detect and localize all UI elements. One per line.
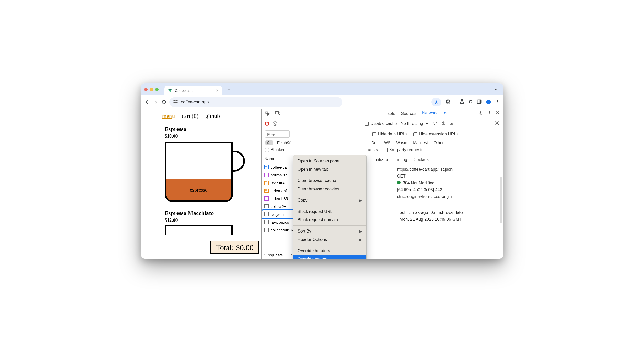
device-toolbar-icon[interactable] bbox=[275, 111, 281, 117]
filter-input[interactable] bbox=[265, 130, 290, 138]
tabs-dropdown-icon[interactable] bbox=[492, 85, 500, 93]
filter-chip-doc[interactable]: Doc bbox=[369, 140, 380, 145]
svg-point-14 bbox=[480, 112, 481, 114]
toolbar-actions: ★ G bbox=[431, 98, 500, 106]
request-name: coffee-ca bbox=[271, 165, 287, 169]
svg-rect-3 bbox=[176, 102, 177, 103]
ctx-open-sources[interactable]: Open in Sources panel bbox=[293, 157, 366, 165]
detail-tab-initiator[interactable]: Initiator bbox=[375, 157, 388, 162]
minimize-window-icon[interactable] bbox=[150, 88, 153, 91]
svg-point-10 bbox=[497, 102, 498, 103]
google-icon[interactable]: G bbox=[469, 99, 473, 105]
ctx-header-options-submenu[interactable]: Header Options▶ bbox=[293, 235, 366, 244]
other-file-icon bbox=[264, 228, 269, 232]
site-settings-icon[interactable] bbox=[173, 99, 178, 105]
kebab-menu-icon[interactable] bbox=[487, 111, 491, 117]
svg-point-15 bbox=[489, 111, 490, 112]
ctx-copy-submenu[interactable]: Copy▶ bbox=[293, 196, 366, 205]
svg-point-17 bbox=[489, 113, 490, 114]
download-har-icon[interactable] bbox=[449, 121, 454, 126]
forward-button[interactable] bbox=[153, 99, 158, 105]
request-name: index-8bf bbox=[271, 189, 287, 193]
filter-chip-fetch[interactable]: Fetch/X bbox=[275, 140, 293, 145]
filter-chip-other[interactable]: Other bbox=[432, 140, 446, 145]
referrer-policy: strict-origin-when-cross-origin bbox=[397, 194, 499, 199]
svg-rect-7 bbox=[480, 100, 481, 103]
upload-har-icon[interactable] bbox=[441, 121, 446, 126]
svg-point-5 bbox=[175, 102, 176, 103]
throttling-dropdown[interactable]: No throttling ▼ bbox=[401, 121, 429, 126]
product-title: Espresso bbox=[165, 126, 256, 133]
maximize-window-icon[interactable] bbox=[155, 88, 159, 91]
extensions-icon[interactable] bbox=[446, 99, 451, 105]
request-name: index-b85 bbox=[271, 196, 288, 201]
tab-network[interactable]: Network bbox=[422, 110, 438, 117]
settings-gear-icon[interactable] bbox=[478, 111, 483, 117]
product-price: $12.00 bbox=[165, 218, 256, 223]
ctx-clear-cookies[interactable]: Clear browser cookies bbox=[293, 185, 366, 193]
record-icon[interactable] bbox=[265, 122, 269, 126]
profile-avatar[interactable] bbox=[486, 100, 491, 104]
more-tabs-icon[interactable] bbox=[443, 111, 448, 116]
browser-window: Coffee cart × + coffee-cart.app ★ bbox=[141, 83, 503, 259]
hide-ext-urls-checkbox[interactable]: Hide extension URLs bbox=[413, 132, 458, 136]
ctx-override-content[interactable]: Override content bbox=[293, 255, 366, 259]
close-devtools-icon[interactable] bbox=[496, 111, 500, 117]
back-button[interactable] bbox=[144, 99, 150, 105]
network-filter-bar: Hide data URLs Hide extension URLs All F… bbox=[262, 129, 503, 155]
network-settings-gear-icon[interactable] bbox=[495, 120, 500, 127]
close-tab-icon[interactable]: × bbox=[216, 88, 218, 93]
labs-icon[interactable] bbox=[459, 99, 465, 105]
filter-chip-all[interactable]: All bbox=[265, 140, 273, 145]
content-area: menu cart (0) github Espresso $10.00 esp… bbox=[141, 109, 503, 259]
nav-menu-link[interactable]: menu bbox=[162, 113, 175, 119]
ctx-open-new-tab[interactable]: Open in new tab bbox=[293, 165, 366, 174]
new-tab-button[interactable]: + bbox=[225, 86, 233, 92]
filter-chip-wasm[interactable]: Wasm bbox=[394, 140, 409, 145]
close-window-icon[interactable] bbox=[144, 88, 148, 91]
ctx-clear-cache[interactable]: Clear browser cache bbox=[293, 176, 366, 185]
svg-point-8 bbox=[497, 100, 498, 101]
svg-rect-1 bbox=[176, 100, 177, 101]
scrollbar[interactable] bbox=[500, 177, 502, 223]
svg-point-19 bbox=[497, 122, 498, 124]
inspect-icon[interactable] bbox=[265, 111, 270, 117]
address-bar[interactable]: coffee-cart.app bbox=[169, 97, 342, 107]
kebab-menu-icon[interactable] bbox=[495, 99, 500, 105]
css-file-icon bbox=[264, 196, 269, 201]
ctx-block-url[interactable]: Block request URL bbox=[293, 207, 366, 216]
svg-point-16 bbox=[489, 112, 490, 113]
js-file-icon bbox=[264, 189, 269, 193]
hide-data-urls-checkbox[interactable]: Hide data URLs bbox=[372, 132, 407, 136]
coffee-cup-icon[interactable]: espresso bbox=[165, 142, 233, 202]
ctx-override-headers[interactable]: Override headers bbox=[293, 247, 366, 255]
tab-title: Coffee cart bbox=[175, 89, 193, 93]
cart-total[interactable]: Total: $0.00 bbox=[210, 241, 259, 254]
separator bbox=[455, 99, 455, 105]
filter-chip-manifest[interactable]: Manifest bbox=[411, 140, 430, 145]
nav-github-link[interactable]: github bbox=[205, 113, 220, 119]
header-value: public,max-age=0,must-revalidate bbox=[400, 210, 463, 215]
browser-tab[interactable]: Coffee cart × bbox=[164, 86, 222, 95]
svg-rect-13 bbox=[279, 112, 280, 114]
reader-icon[interactable] bbox=[477, 99, 482, 105]
request-list-panel: Name coffee-canormalizejs?id=G-Lindex-8b… bbox=[262, 155, 325, 259]
reload-button[interactable] bbox=[161, 99, 167, 105]
network-toolbar: Disable cache No throttling ▼ bbox=[262, 118, 503, 129]
disable-cache-checkbox[interactable]: Disable cache bbox=[365, 121, 397, 126]
bookmark-button[interactable]: ★ bbox=[431, 98, 441, 106]
detail-tab-timing[interactable]: Timing bbox=[395, 157, 407, 162]
tab-sources[interactable]: Sources bbox=[400, 110, 417, 117]
nav-cart-link[interactable]: cart (0) bbox=[182, 113, 198, 119]
request-context-menu: Open in Sources panel Open in new tab Cl… bbox=[293, 155, 367, 259]
wifi-icon[interactable] bbox=[432, 121, 437, 126]
request-count: 9 requests bbox=[264, 253, 283, 257]
ctx-block-domain[interactable]: Block request domain bbox=[293, 216, 366, 224]
tab-console[interactable]: sole bbox=[387, 110, 396, 117]
filter-chip-ws[interactable]: WS bbox=[382, 140, 393, 145]
blocked-response-checkbox[interactable]: Blocked bbox=[265, 147, 286, 152]
detail-tab-cookies[interactable]: Cookies bbox=[414, 157, 429, 162]
third-party-checkbox[interactable]: 3rd-party requests bbox=[384, 147, 423, 152]
ctx-sort-by-submenu[interactable]: Sort By▶ bbox=[293, 227, 366, 235]
clear-icon[interactable] bbox=[273, 121, 277, 126]
